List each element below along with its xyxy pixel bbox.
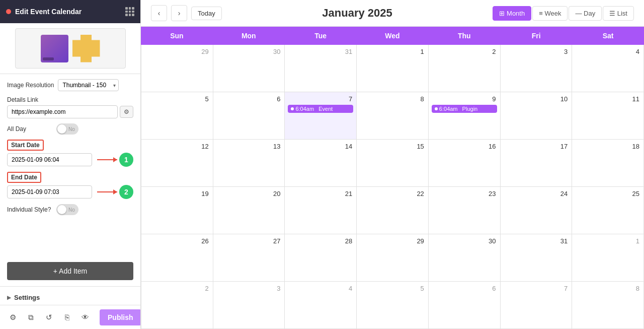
calendar-cell[interactable]: 17 — [501, 140, 573, 186]
calendar-cell[interactable]: 1 — [572, 234, 644, 281]
calendar-cell[interactable]: 7 — [501, 282, 573, 328]
calendar-cell[interactable]: 10 — [501, 92, 573, 139]
view-day-button[interactable]: — Day — [569, 6, 602, 21]
calendar-cell[interactable]: 3 — [501, 45, 573, 92]
today-button[interactable]: Today — [191, 7, 222, 20]
calendar-cell[interactable]: 14 — [285, 140, 357, 186]
arrow-1-head — [113, 157, 117, 162]
cell-number: 8 — [575, 284, 640, 293]
calendar-cell[interactable]: 31 — [501, 234, 573, 281]
event-dot — [435, 107, 438, 110]
cell-number: 5 — [360, 284, 425, 293]
calendar-cell[interactable]: 20 — [213, 187, 285, 234]
calendar-cell[interactable]: 4 — [572, 45, 644, 92]
calendar-cell[interactable]: 15 — [357, 140, 429, 186]
event-time: 6:04am — [439, 106, 458, 112]
calendar-cell[interactable]: 7 6:04am Event — [285, 92, 357, 139]
settings-toolbar-button[interactable]: ⚙ — [4, 309, 21, 326]
calendar-cell[interactable]: 1 — [357, 45, 429, 92]
calendar-cell[interactable]: 6 — [213, 92, 285, 139]
divider-1 — [0, 286, 140, 287]
calendar-cell[interactable]: 6 — [429, 282, 501, 328]
calendar-cell[interactable]: 30 — [429, 234, 501, 281]
cell-number: 21 — [288, 189, 353, 199]
calendar-cell[interactable]: 21 — [285, 187, 357, 234]
bottom-toolbar: ⚙ ⧉ ↺ ⎘ 👁 Publish ∧ — [0, 305, 141, 329]
calendar-cell[interactable]: 9 6:04am Plugin — [429, 92, 501, 139]
top-bar-left: Edit Event Calendar — [6, 8, 82, 16]
grid-icon[interactable] — [125, 7, 134, 16]
calendar-cell[interactable]: 2 — [429, 45, 501, 92]
cell-number: 1 — [575, 236, 640, 246]
toolbar-icons: ⚙ ⧉ ↺ ⎘ 👁 — [0, 309, 98, 326]
calendar-cell[interactable]: 26 — [141, 234, 213, 281]
day-header-mon: Mon — [213, 27, 285, 45]
image-resolution-select-wrapper: Thumbnail - 150 Medium - 300 Large - 102… — [58, 79, 119, 91]
cell-number: 13 — [216, 142, 282, 151]
app-title: Edit Event Calendar — [15, 8, 82, 16]
start-date-input[interactable] — [7, 153, 92, 166]
view-list-button[interactable]: ☰ List — [603, 6, 634, 21]
calendar-cell[interactable]: 13 — [213, 140, 285, 186]
calendar-week-1: 29 30 31 1 2 3 4 — [141, 45, 644, 92]
preview-area — [0, 23, 140, 74]
calendar-cell[interactable]: 29 — [357, 234, 429, 281]
calendar-cell[interactable]: 22 — [357, 187, 429, 234]
calendar-cell[interactable]: 8 — [572, 282, 644, 328]
all-day-toggle[interactable]: No — [56, 123, 78, 135]
calendar-cell[interactable]: 28 — [285, 234, 357, 281]
left-panel: Edit Event Calendar Image Resolution Thu… — [0, 0, 141, 329]
cell-number: 22 — [360, 189, 425, 199]
view-month-button[interactable]: ⊞ Month — [493, 6, 531, 21]
calendar-cell[interactable]: 5 — [141, 92, 213, 139]
calendar-cell[interactable]: 27 — [213, 234, 285, 281]
annotation-1-group: 1 — [97, 153, 133, 167]
copy-toolbar-button[interactable]: ⎘ — [58, 309, 75, 326]
cell-number: 1 — [360, 47, 425, 56]
preview-toolbar-button[interactable]: 👁 — [76, 309, 94, 326]
individual-style-toggle[interactable]: No — [56, 204, 78, 215]
add-item-button[interactable]: + Add Item — [7, 262, 133, 280]
details-link-gear-button[interactable]: ⚙ — [120, 106, 133, 118]
cell-number: 19 — [144, 189, 210, 199]
calendar-cell[interactable]: 5 — [357, 282, 429, 328]
calendar-cell[interactable]: 4 — [285, 282, 357, 328]
calendar-week-6: 2 3 4 5 6 7 8 — [141, 282, 644, 329]
calendar-cell[interactable]: 30 — [213, 45, 285, 92]
settings-section[interactable]: ▶ Settings — [0, 289, 140, 306]
event-dot — [291, 107, 294, 110]
event-chip[interactable]: 6:04am Event — [288, 105, 353, 113]
calendar-cell[interactable]: 11 — [572, 92, 644, 139]
calendar-cell[interactable]: 16 — [429, 140, 501, 186]
calendar-cell[interactable]: 25 — [572, 187, 644, 234]
end-date-input[interactable] — [7, 185, 92, 199]
day-header-tue: Tue — [285, 27, 357, 45]
event-chip[interactable]: 6:04am Plugin — [432, 105, 497, 113]
calendar-days-header: Sun Mon Tue Wed Thu Fri Sat — [141, 27, 644, 45]
calendar-cell[interactable]: 29 — [141, 45, 213, 92]
cell-number: 11 — [575, 94, 640, 104]
cell-number: 4 — [288, 284, 353, 293]
calendar-cell[interactable]: 31 — [285, 45, 357, 92]
calendar-cell[interactable]: 2 — [141, 282, 213, 328]
publish-button[interactable]: Publish — [100, 309, 141, 325]
details-link-input[interactable] — [7, 105, 118, 118]
calendar-cell[interactable]: 18 — [572, 140, 644, 186]
history-toolbar-button[interactable]: ↺ — [40, 309, 57, 326]
annotation-2-group: 2 — [97, 185, 133, 199]
calendar-cell[interactable]: 23 — [429, 187, 501, 234]
panel-fields: Image Resolution Thumbnail - 150 Medium … — [0, 74, 140, 258]
nav-next-button[interactable]: › — [171, 5, 187, 21]
cell-number: 28 — [288, 236, 353, 246]
calendar-cell[interactable]: 24 — [501, 187, 573, 234]
annotation-2-badge: 2 — [119, 185, 133, 199]
calendar-cell[interactable]: 12 — [141, 140, 213, 186]
view-week-button[interactable]: ≡ Week — [532, 6, 568, 21]
calendar-cell[interactable]: 3 — [213, 282, 285, 328]
view-buttons: ⊞ Month ≡ Week — Day ☰ List — [493, 6, 634, 21]
layers-toolbar-button[interactable]: ⧉ — [22, 309, 39, 326]
calendar-cell[interactable]: 8 — [357, 92, 429, 139]
nav-prev-button[interactable]: ‹ — [151, 5, 167, 21]
image-resolution-select[interactable]: Thumbnail - 150 Medium - 300 Large - 102… — [58, 79, 119, 91]
calendar-cell[interactable]: 19 — [141, 187, 213, 234]
